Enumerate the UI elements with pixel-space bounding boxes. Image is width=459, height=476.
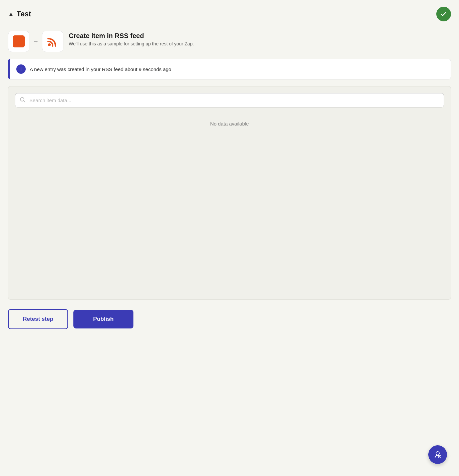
info-banner: i A new entry was created in your RSS fe… xyxy=(8,59,451,79)
help-fab-button[interactable] xyxy=(428,445,447,464)
header-left: ▲ Test xyxy=(8,10,31,18)
data-panel: No data available xyxy=(8,86,451,300)
success-badge xyxy=(436,7,451,21)
info-icon: i xyxy=(16,64,26,74)
arrow-icon: → xyxy=(33,38,39,45)
search-wrapper xyxy=(15,93,444,107)
create-item-subtitle: We'll use this as a sample for setting u… xyxy=(69,41,194,46)
page-title: Test xyxy=(17,10,31,18)
search-icon xyxy=(20,97,26,104)
rss-icon-box xyxy=(42,31,63,52)
header-row: ▲ Test xyxy=(8,7,451,21)
rss-icon xyxy=(47,35,59,47)
page-container: ▲ Test → Create item in RSS fee xyxy=(0,0,459,476)
svg-point-3 xyxy=(436,452,439,455)
svg-line-2 xyxy=(24,100,25,102)
orange-square-icon xyxy=(13,35,25,47)
trigger-icon-box xyxy=(8,31,29,52)
retest-button[interactable]: Retest step xyxy=(8,309,68,329)
check-icon xyxy=(440,10,447,18)
create-item-section: → Create item in RSS feed We'll use this… xyxy=(8,31,451,52)
help-agent-icon xyxy=(433,450,442,459)
chevron-up-icon[interactable]: ▲ xyxy=(8,11,14,18)
info-banner-text: A new entry was created in your RSS feed… xyxy=(30,66,171,72)
publish-button[interactable]: Publish xyxy=(73,310,133,328)
svg-point-0 xyxy=(48,43,51,46)
icons-row: → xyxy=(8,31,63,52)
create-item-title: Create item in RSS feed xyxy=(69,32,194,40)
bottom-buttons: Retest step Publish xyxy=(8,309,451,329)
no-data-message: No data available xyxy=(15,121,444,127)
create-item-text: Create item in RSS feed We'll use this a… xyxy=(69,31,194,46)
search-input[interactable] xyxy=(15,93,444,107)
